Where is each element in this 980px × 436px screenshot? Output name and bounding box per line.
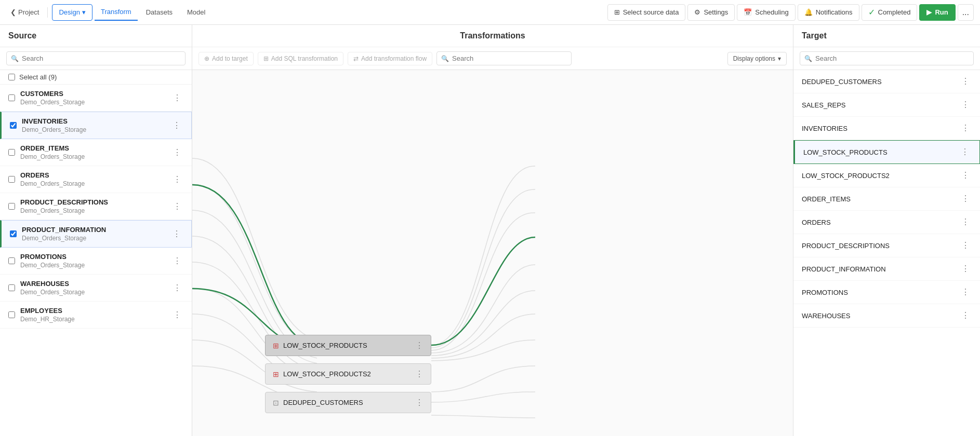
target-item-low_stock_products[interactable]: LOW_STOCK_PRODUCTS ⋮ — [793, 140, 980, 164]
source-item-checkbox-4[interactable] — [8, 203, 15, 210]
target-item-deduped_customers[interactable]: DEDUPED_CUSTOMERS ⋮ — [793, 70, 980, 93]
source-item-menu-6[interactable]: ⋮ — [171, 256, 183, 266]
play-icon: ▶ — [926, 8, 932, 16]
node-menu-low-stock-products2[interactable]: ⋮ — [415, 369, 423, 379]
source-item-checkbox-5[interactable] — [10, 230, 17, 237]
source-item-menu-4[interactable]: ⋮ — [171, 201, 183, 212]
back-to-project[interactable]: ❮ Project — [6, 6, 43, 18]
target-item-name-10: WAREHOUSES — [802, 312, 959, 320]
target-item-menu-7[interactable]: ⋮ — [959, 240, 972, 251]
target-item-menu-4[interactable]: ⋮ — [959, 170, 972, 181]
select-source-button[interactable]: ⊞ Select source data — [607, 4, 686, 21]
transform-nodes-container: ⊞ LOW_STOCK_PRODUCTS ⋮ ⊞ LOW_STOCK_PRODU… — [192, 70, 793, 436]
target-item-menu-1[interactable]: ⋮ — [959, 100, 972, 110]
source-search-area: 🔍 — [0, 47, 192, 70]
target-item-menu-2[interactable]: ⋮ — [959, 123, 972, 133]
top-navigation: ❮ Project Design ▾ Transform Datasets Mo… — [0, 0, 980, 25]
select-all-checkbox[interactable] — [8, 74, 15, 80]
source-item-menu-0[interactable]: ⋮ — [171, 93, 183, 103]
target-item-menu-5[interactable]: ⋮ — [959, 194, 972, 204]
target-item-menu-10[interactable]: ⋮ — [959, 310, 972, 321]
tab-datasets[interactable]: Datasets — [140, 4, 179, 21]
transform-node-deduped-customers[interactable]: ⊡ DEDUPED_CUSTOMERS ⋮ — [265, 392, 431, 413]
source-item-menu-2[interactable]: ⋮ — [171, 147, 183, 158]
source-item-product_descriptions[interactable]: PRODUCT_DESCRIPTIONS Demo_Orders_Storage… — [0, 193, 192, 220]
gear-icon: ⚙ — [694, 8, 700, 16]
transformations-title: Transformations — [192, 25, 793, 47]
source-item-checkbox-6[interactable] — [8, 257, 15, 264]
target-item-warehouses[interactable]: WAREHOUSES ⋮ — [793, 304, 980, 328]
target-item-name-9: PROMOTIONS — [802, 289, 959, 296]
chevron-down-icon: ▾ — [82, 8, 86, 16]
source-search-input[interactable] — [22, 55, 181, 62]
source-item-menu-1[interactable]: ⋮ — [170, 120, 183, 131]
source-item-employees[interactable]: EMPLOYEES Demo_HR_Storage ⋮ — [0, 302, 192, 329]
settings-button[interactable]: ⚙ Settings — [687, 4, 735, 21]
target-item-promotions[interactable]: PROMOTIONS ⋮ — [793, 281, 980, 304]
target-item-orders[interactable]: ORDERS ⋮ — [793, 211, 980, 234]
target-item-menu-3[interactable]: ⋮ — [959, 147, 971, 157]
transformations-toolbar: ⊕ Add to target ⊞ Add SQL transformation… — [192, 47, 793, 70]
transform-node-low-stock-products2[interactable]: ⊞ LOW_STOCK_PRODUCTS2 ⋮ — [265, 363, 431, 385]
scheduling-button[interactable]: 📅 Scheduling — [737, 4, 795, 21]
target-item-menu-6[interactable]: ⋮ — [959, 217, 972, 227]
target-item-product_descriptions[interactable]: PRODUCT_DESCRIPTIONS ⋮ — [793, 234, 980, 257]
source-search-icon: 🔍 — [11, 55, 19, 62]
add-to-target-button[interactable]: ⊕ Add to target — [198, 52, 254, 65]
target-item-menu-9[interactable]: ⋮ — [959, 287, 972, 297]
source-search-wrap: 🔍 — [6, 51, 186, 65]
source-item-text-1: INVENTORIES Demo_Orders_Storage — [22, 117, 165, 133]
transform-node-low-stock-products[interactable]: ⊞ LOW_STOCK_PRODUCTS ⋮ — [265, 335, 431, 356]
node-menu-deduped-customers[interactable]: ⋮ — [415, 398, 423, 407]
tab-transform[interactable]: Transform — [95, 4, 138, 21]
tab-model[interactable]: Model — [181, 4, 211, 21]
target-item-low_stock_products2[interactable]: LOW_STOCK_PRODUCTS2 ⋮ — [793, 164, 980, 187]
add-sql-transformation-button[interactable]: ⊞ Add SQL transformation — [258, 52, 343, 65]
run-button[interactable]: ▶ Run — [919, 4, 955, 21]
transformations-header: Transformations ⊕ Add to target ⊞ Add SQ… — [192, 25, 793, 70]
source-item-customers[interactable]: CUSTOMERS Demo_Orders_Storage ⋮ — [0, 85, 192, 112]
target-item-menu-8[interactable]: ⋮ — [959, 264, 972, 274]
calendar-icon: 📅 — [744, 8, 752, 16]
source-item-checkbox-2[interactable] — [8, 149, 15, 156]
source-item-text-2: ORDER_ITEMS Demo_Orders_Storage — [20, 144, 166, 160]
source-item-inventories[interactable]: INVENTORIES Demo_Orders_Storage ⋮ — [0, 112, 192, 139]
source-item-checkbox-0[interactable] — [8, 94, 15, 101]
target-search-input[interactable] — [815, 55, 969, 62]
source-item-checkbox-7[interactable] — [8, 284, 15, 291]
source-item-text-3: ORDERS Demo_Orders_Storage — [20, 171, 166, 187]
target-item-product_information[interactable]: PRODUCT_INFORMATION ⋮ — [793, 257, 980, 281]
source-item-orders[interactable]: ORDERS Demo_Orders_Storage ⋮ — [0, 166, 192, 193]
target-panel-header: Target — [793, 25, 980, 47]
add-transformation-flow-button[interactable]: ⇄ Add transformation flow — [348, 52, 432, 65]
target-item-inventories[interactable]: INVENTORIES ⋮ — [793, 117, 980, 140]
node-menu-low-stock-products[interactable]: ⋮ — [415, 340, 423, 350]
source-item-product_information[interactable]: PRODUCT_INFORMATION Demo_Orders_Storage … — [0, 220, 192, 248]
source-item-checkbox-1[interactable] — [10, 122, 17, 129]
target-item-name-8: PRODUCT_INFORMATION — [802, 265, 959, 273]
target-item-order_items[interactable]: ORDER_ITEMS ⋮ — [793, 187, 980, 211]
transformations-search-wrap: 🔍 — [436, 51, 572, 65]
target-item-name-5: ORDER_ITEMS — [802, 195, 959, 203]
source-item-promotions[interactable]: PROMOTIONS Demo_Orders_Storage ⋮ — [0, 248, 192, 275]
source-item-warehouses[interactable]: WAREHOUSES Demo_Orders_Storage ⋮ — [0, 275, 192, 302]
source-item-menu-5[interactable]: ⋮ — [170, 229, 183, 239]
target-item-name-7: PRODUCT_DESCRIPTIONS — [802, 242, 959, 250]
source-item-menu-8[interactable]: ⋮ — [171, 310, 183, 320]
source-item-menu-7[interactable]: ⋮ — [171, 283, 183, 293]
chevron-down-icon: ▾ — [778, 55, 781, 62]
transformations-search-input[interactable] — [452, 55, 567, 62]
tab-design[interactable]: Design ▾ — [52, 4, 92, 21]
add-target-icon: ⊕ — [204, 55, 209, 62]
source-item-menu-3[interactable]: ⋮ — [171, 174, 183, 185]
source-item-order_items[interactable]: ORDER_ITEMS Demo_Orders_Storage ⋮ — [0, 139, 192, 166]
display-options-button[interactable]: Display options ▾ — [727, 52, 787, 65]
target-item-menu-0[interactable]: ⋮ — [959, 76, 972, 87]
more-options-button[interactable]: ... — [958, 4, 974, 21]
source-item-checkbox-3[interactable] — [8, 176, 15, 183]
source-item-checkbox-8[interactable] — [8, 311, 15, 318]
select-all-row: Select all (9) — [0, 70, 192, 85]
notifications-button[interactable]: 🔔 Notifications — [798, 4, 859, 21]
sql-icon: ⊞ — [263, 55, 269, 62]
target-item-sales_reps[interactable]: SALES_REPS ⋮ — [793, 93, 980, 117]
